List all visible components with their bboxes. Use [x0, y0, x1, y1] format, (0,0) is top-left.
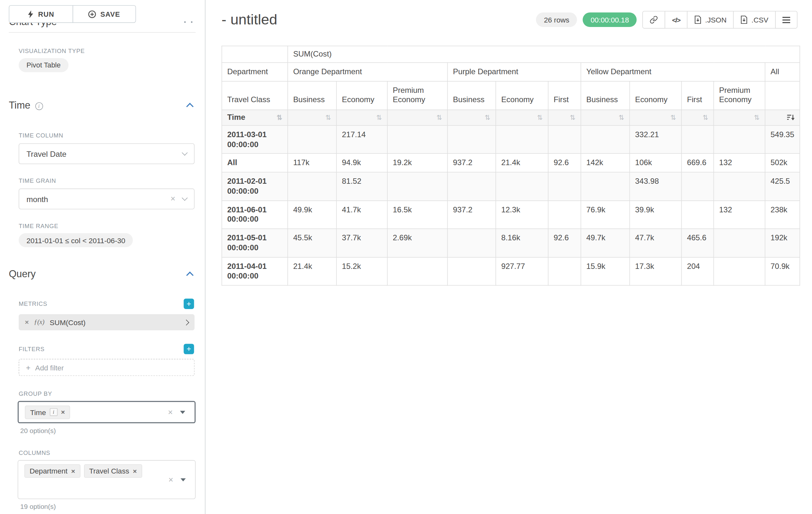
embed-code-button[interactable] — [665, 11, 688, 29]
clear-icon[interactable] — [170, 195, 175, 203]
pivot-cell: 2.69k — [387, 229, 448, 257]
pivot-cell — [581, 125, 630, 154]
metric-name: SUM(Cost) — [50, 318, 86, 326]
sort-icon[interactable] — [485, 114, 490, 121]
explore-view: Chart Type RUN SAVE VISUALIZATION TYPE P… — [0, 0, 812, 514]
pivot-cell: 16.5k — [387, 200, 448, 229]
pivot-table: SUM(Cost)DepartmentOrange DepartmentPurp… — [222, 46, 800, 286]
remove-metric-icon[interactable] — [25, 319, 29, 326]
pivot-cell — [714, 229, 765, 257]
bolt-icon — [28, 10, 34, 18]
remove-chip-icon[interactable] — [61, 409, 65, 415]
pivot-cell: 94.9k — [336, 154, 387, 172]
columns-label: COLUMNS — [19, 450, 50, 456]
sort-cell — [387, 110, 448, 125]
pivot-cell — [581, 172, 630, 200]
table-row: 2011-04-01 00:00:0021.4k15.2k927.7715.9k… — [222, 257, 800, 285]
pivot-cell — [387, 125, 448, 154]
add-filter-dropzone[interactable]: Add filter — [19, 359, 195, 376]
collapse-chevron-partial-icon[interactable] — [184, 21, 193, 23]
clear-all-icon[interactable] — [169, 476, 173, 484]
add-metric-button[interactable] — [183, 299, 194, 309]
chevron-up-icon[interactable] — [186, 103, 194, 110]
sort-cell — [630, 110, 682, 125]
pivot-cell — [548, 200, 581, 229]
pivot-cell: 92.6 — [548, 154, 581, 172]
chevron-right-icon[interactable] — [183, 319, 189, 325]
column-info-icon — [50, 408, 57, 416]
export-csv-button[interactable]: .CSV — [733, 11, 776, 29]
sort-icon[interactable] — [376, 114, 382, 121]
chip-label: Travel Class — [89, 467, 129, 475]
run-button[interactable]: RUN — [9, 5, 73, 23]
add-filter-placeholder: Add filter — [35, 363, 64, 372]
caret-down-icon — [180, 410, 185, 414]
add-filter-button[interactable] — [183, 344, 194, 354]
time-range-value[interactable]: 2011-01-01 ≤ col < 2011-06-30 — [19, 233, 133, 247]
pivot-cell: 217.14 — [336, 125, 387, 154]
sub-dimension-label: Travel Class — [222, 81, 288, 110]
download-file-icon — [694, 16, 702, 24]
chip-label: Department — [30, 467, 67, 475]
sort-icon[interactable] — [702, 114, 708, 121]
sort-icon[interactable] — [277, 114, 283, 121]
plus-circle-icon — [88, 10, 96, 18]
travel-class-header: First — [682, 81, 714, 110]
pivot-cell — [447, 172, 496, 200]
pivot-cell: 49.9k — [288, 200, 336, 229]
pivot-cell: 17.3k — [630, 257, 682, 285]
group-by-label: GROUP BY — [19, 390, 52, 397]
pivot-cell — [548, 172, 581, 200]
clear-all-icon[interactable] — [168, 408, 173, 416]
pivot-cell — [387, 172, 448, 200]
pivot-cell: 332.21 — [630, 125, 682, 154]
table-row: 2011-02-01 00:00:0081.52343.98425.5 — [222, 172, 800, 200]
sort-icon[interactable] — [537, 114, 543, 121]
remove-chip-icon[interactable] — [133, 468, 137, 475]
visualization-type-value[interactable]: Pivot Table — [19, 58, 68, 72]
sort-cell — [714, 110, 765, 125]
pivot-row-label: 2011-05-01 00:00:00 — [222, 229, 288, 257]
sort-descending-icon[interactable] — [787, 114, 794, 121]
sort-icon[interactable] — [618, 114, 624, 121]
table-row: 2011-05-01 00:00:0045.5k37.7k2.69k8.16k9… — [222, 229, 800, 257]
pivot-cell: 117k — [288, 154, 336, 172]
sort-icon[interactable] — [754, 114, 760, 121]
filters-label: FILTERS — [19, 346, 45, 352]
sort-icon[interactable] — [670, 114, 676, 121]
pivot-corner-cell — [222, 46, 288, 62]
columns-chip-department[interactable]: Department — [24, 464, 80, 478]
time-column-select[interactable]: Travel Date — [19, 143, 195, 164]
columns-chip-travel-class[interactable]: Travel Class — [84, 464, 142, 478]
pivot-cell: 47.7k — [630, 229, 682, 257]
sort-icon[interactable] — [436, 114, 442, 121]
chip-label: Time — [30, 408, 46, 416]
sort-cell — [682, 110, 714, 125]
time-section-header[interactable]: Time — [9, 100, 43, 111]
menu-button[interactable] — [775, 11, 798, 29]
save-button[interactable]: SAVE — [72, 5, 136, 23]
sort-cell — [447, 110, 496, 125]
share-link-button[interactable] — [642, 11, 665, 29]
row-count-badge: 26 rows — [536, 12, 577, 27]
metric-item[interactable]: ƒ(x) SUM(Cost) — [19, 314, 195, 330]
pivot-cell: 49.7k — [581, 229, 630, 257]
group-by-select[interactable]: Time — [18, 401, 196, 424]
pivot-cell: 15.2k — [336, 257, 387, 285]
chevron-down-icon — [182, 150, 187, 156]
remove-chip-icon[interactable] — [71, 468, 75, 475]
pivot-cell — [548, 257, 581, 285]
time-grain-select[interactable]: month — [19, 189, 195, 210]
table-row: 2011-03-01 00:00:00217.14332.21549.35 — [222, 125, 800, 154]
pivot-row-label: All — [222, 154, 288, 172]
pivot-row-label: 2011-04-01 00:00:00 — [222, 257, 288, 285]
chevron-up-icon[interactable] — [186, 271, 194, 279]
sort-icon[interactable] — [570, 114, 576, 121]
query-section-header[interactable]: Query — [9, 269, 36, 280]
columns-select[interactable]: Department Travel Class — [18, 460, 196, 499]
department-header: Orange Department — [288, 62, 447, 81]
time-column-value: Travel Date — [26, 150, 66, 158]
sort-icon[interactable] — [325, 114, 331, 121]
group-by-chip-time[interactable]: Time — [25, 405, 70, 419]
export-json-button[interactable]: .JSON — [687, 11, 734, 29]
